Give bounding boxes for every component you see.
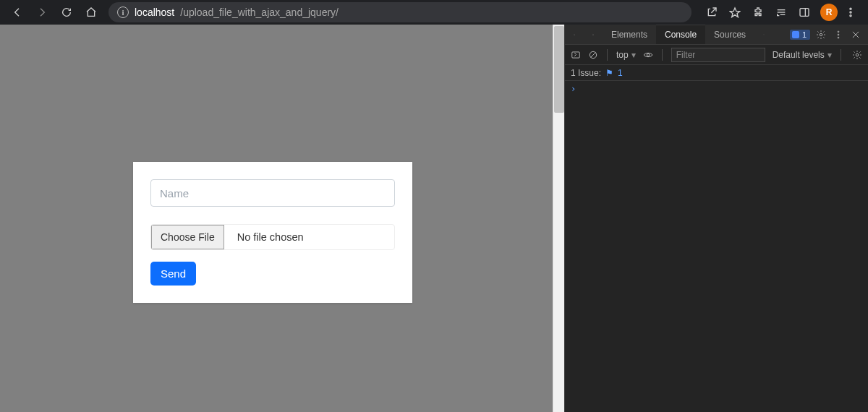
tabs-overflow-icon[interactable] [754,25,773,44]
address-bar[interactable]: i localhost/upload_file_with_ajax_and_jq… [109,2,692,22]
share-icon[interactable] [702,2,722,22]
toolbar-separator [841,49,841,61]
page-scrollbar[interactable] [553,25,564,412]
reading-list-icon[interactable] [771,2,791,22]
console-prompt-icon: › [571,84,576,94]
svg-point-13 [838,31,839,33]
svg-line-20 [591,52,596,57]
console-filter-input[interactable] [671,48,765,62]
clear-console-icon[interactable] [588,50,598,60]
upload-form-card: Choose File No file chosen Send [133,162,412,303]
devtools-tabbar: Elements Console Sources 1 [565,25,868,45]
issue-flag-icon: ⚑ [605,68,613,78]
main-area: Choose File No file chosen Send Elements… [0,25,868,412]
devtools-menu-icon[interactable] [832,25,845,45]
extensions-icon[interactable] [748,2,768,22]
tab-sources[interactable]: Sources [705,25,754,44]
svg-point-6 [850,8,851,9]
file-input-row: Choose File No file chosen [150,224,395,250]
live-expression-icon[interactable] [643,50,653,60]
issues-badge-icon [792,31,799,38]
console-output[interactable]: › [565,81,868,412]
home-button[interactable] [81,2,101,22]
device-toolbar-icon[interactable] [584,25,603,44]
svg-point-15 [838,37,839,38]
url-host: localhost [135,7,174,18]
name-input[interactable] [150,179,395,207]
log-levels-dropdown[interactable]: Default levels [773,50,832,60]
forward-button[interactable] [32,2,52,22]
svg-point-12 [820,33,822,36]
inspect-element-icon[interactable] [565,25,584,44]
file-status-label: No file chosen [237,231,304,243]
svg-point-8 [850,15,851,17]
site-info-icon[interactable]: i [117,7,129,18]
browser-toolbar: i localhost/upload_file_with_ajax_and_jq… [0,0,868,25]
console-settings-icon[interactable] [852,50,862,60]
devtools-close-icon[interactable] [848,25,864,45]
svg-point-21 [647,53,650,56]
choose-file-button[interactable]: Choose File [151,225,224,249]
issues-text: 1 Issue: [571,68,601,78]
profile-avatar[interactable]: R [820,4,838,21]
send-button[interactable]: Send [150,262,196,286]
issues-bar[interactable]: 1 Issue: ⚑ 1 [565,65,868,81]
issues-badge[interactable]: 1 [790,30,810,40]
svg-point-14 [838,34,839,35]
toolbar-separator [607,49,608,61]
side-panel-icon[interactable] [794,2,814,22]
issues-count: 1 [618,68,623,78]
tab-elements[interactable]: Elements [603,25,656,44]
console-toolbar: top Default levels [565,45,868,65]
back-button[interactable] [7,2,27,22]
devtools-settings-icon[interactable] [813,25,829,45]
browser-menu-icon[interactable] [841,2,861,22]
devtools-panel: Elements Console Sources 1 [564,25,868,412]
svg-point-22 [856,53,859,56]
tab-console[interactable]: Console [656,25,705,44]
url-path: /upload_file_with_ajax_and_jquery/ [180,7,339,18]
bookmark-star-icon[interactable] [725,2,745,22]
svg-point-7 [850,12,851,13]
svg-rect-4 [800,9,809,17]
context-dropdown[interactable]: top [616,50,636,60]
toolbar-separator [662,49,663,61]
svg-marker-0 [730,8,739,17]
console-sidebar-toggle-icon[interactable] [571,50,581,60]
scroll-thumb[interactable] [554,26,564,113]
reload-button[interactable] [56,2,77,22]
page-viewport: Choose File No file chosen Send [0,25,564,412]
issues-badge-count: 1 [802,30,807,39]
avatar-initial: R [826,7,833,17]
